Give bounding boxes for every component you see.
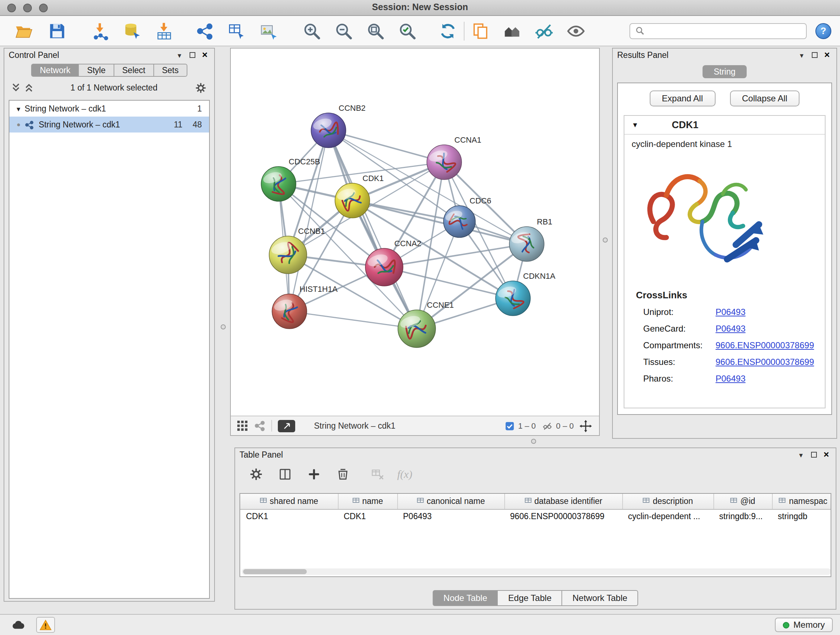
import-table-button[interactable] xyxy=(153,20,175,42)
column-header-database-identifier[interactable]: database identifier xyxy=(504,494,622,509)
column-header-shared-name[interactable]: shared name xyxy=(240,494,338,509)
panel-close-icon[interactable]: × xyxy=(200,51,210,59)
cloud-status-button[interactable] xyxy=(7,614,29,635)
tab-select[interactable]: Select xyxy=(114,64,154,77)
splitter-handle[interactable] xyxy=(221,325,226,329)
network-node-CDC25B[interactable] xyxy=(261,166,296,201)
network-node-CCNB1[interactable] xyxy=(269,236,307,274)
network-node-RB1[interactable] xyxy=(509,226,544,261)
column-header-namespac[interactable]: namespac xyxy=(772,494,831,509)
tab-string[interactable]: String xyxy=(703,65,746,78)
function-builder-button[interactable]: f(x) xyxy=(397,468,412,480)
pharos-link[interactable]: P06493 xyxy=(715,373,745,383)
network-share-icon[interactable] xyxy=(254,420,265,432)
collapse-all-button[interactable]: Collapse All xyxy=(729,90,799,106)
clone-network-button[interactable] xyxy=(194,20,216,42)
tab-network-table[interactable]: Network Table xyxy=(562,590,638,606)
zoom-fit-button[interactable] xyxy=(365,20,386,42)
column-header-canonical-name[interactable]: canonical name xyxy=(397,494,504,509)
eye-button[interactable] xyxy=(565,20,587,42)
tab-network[interactable]: Network xyxy=(31,64,79,77)
tab-node-table[interactable]: Node Table xyxy=(433,590,498,606)
clear-table-button[interactable] xyxy=(368,465,387,484)
network-collection-row[interactable]: ▾ String Network – cdk1 1 xyxy=(9,101,209,117)
table-cell[interactable]: CDK1 xyxy=(338,509,397,524)
tree-expand-caret-icon[interactable]: ▾ xyxy=(17,105,20,112)
compartments-link[interactable]: 9606.ENSP00000378699 xyxy=(715,340,814,350)
graphics-details-button[interactable] xyxy=(533,20,555,42)
network-edge-CCNB2-CCNB1[interactable] xyxy=(288,130,328,255)
genecard-link[interactable]: P06493 xyxy=(715,323,745,333)
refresh-button[interactable] xyxy=(437,20,459,42)
grid-view-icon[interactable] xyxy=(237,420,248,432)
zoom-in-button[interactable] xyxy=(301,20,323,42)
help-button[interactable]: ? xyxy=(815,23,831,39)
warning-button[interactable] xyxy=(36,617,55,633)
show-columns-button[interactable] xyxy=(276,465,294,484)
birdseye-toggle-button[interactable] xyxy=(278,420,295,432)
panel-float-icon[interactable] xyxy=(812,52,818,58)
column-header--id[interactable]: @id xyxy=(714,494,772,509)
zoom-selected-button[interactable] xyxy=(396,20,418,42)
search-input[interactable] xyxy=(648,27,801,35)
network-row[interactable]: ● String Network – cdk1 11 48 xyxy=(9,117,209,133)
column-header-name[interactable]: name xyxy=(338,494,397,509)
network-edge-CCNB2-CCNE1[interactable] xyxy=(328,130,417,329)
tab-style[interactable]: Style xyxy=(79,64,114,77)
panel-close-icon[interactable]: × xyxy=(821,450,831,459)
scrollbar-thumb[interactable] xyxy=(243,569,307,574)
open-session-button[interactable] xyxy=(13,20,35,42)
copy-button[interactable] xyxy=(470,20,491,42)
horizontal-scrollbar[interactable] xyxy=(242,568,831,575)
table-cell[interactable]: stringdb:9... xyxy=(714,509,772,524)
network-node-CCNA2[interactable] xyxy=(365,249,403,286)
pan-crosshair-icon[interactable] xyxy=(579,420,592,432)
zoom-out-button[interactable] xyxy=(333,20,355,42)
network-node-CDKN1A[interactable] xyxy=(496,281,531,316)
network-node-CCNB2[interactable] xyxy=(311,113,346,148)
tab-edge-table[interactable]: Edge Table xyxy=(498,590,562,606)
network-edge-HIST1H1A-CCNE1[interactable] xyxy=(289,311,417,329)
uniprot-link[interactable]: P06493 xyxy=(715,307,745,317)
panel-menu-icon[interactable]: ▾ xyxy=(796,51,807,59)
network-node-CDC6[interactable] xyxy=(444,206,475,238)
tissues-link[interactable]: 9606.ENSP00000378699 xyxy=(715,356,814,367)
panel-menu-icon[interactable]: ▾ xyxy=(174,51,185,59)
table-cell[interactable]: cyclin-dependent ... xyxy=(622,509,714,524)
collapse-caret-icon[interactable]: ▾ xyxy=(633,120,637,130)
network-node-CCNA1[interactable] xyxy=(427,145,462,180)
table-settings-button[interactable] xyxy=(247,465,265,484)
tab-sets[interactable]: Sets xyxy=(154,64,187,77)
home-button[interactable] xyxy=(501,20,523,42)
table-cell[interactable]: CDK1 xyxy=(240,509,338,524)
import-network-file-button[interactable] xyxy=(90,20,111,42)
network-from-table-button[interactable] xyxy=(226,20,248,42)
protein-card-header[interactable]: ▾ CDK1 xyxy=(624,116,825,135)
panel-float-icon[interactable] xyxy=(811,452,817,458)
table-cell[interactable]: P06493 xyxy=(397,509,504,524)
save-session-button[interactable] xyxy=(46,20,68,42)
table-cell[interactable]: 9606.ENSP00000378699 xyxy=(504,509,622,524)
import-network-database-button[interactable] xyxy=(122,20,143,42)
memory-button[interactable]: Memory xyxy=(775,618,833,632)
add-column-button[interactable] xyxy=(305,465,324,484)
network-canvas[interactable]: CCNB2CCNA1CDC25BCDK1CDC6RB1CCNB1CCNA2CDK… xyxy=(231,49,599,416)
delete-column-button[interactable] xyxy=(333,465,352,484)
expand-all-button[interactable]: Expand All xyxy=(650,90,715,106)
table-cell[interactable]: stringdb xyxy=(772,509,831,524)
network-node-CCNE1[interactable] xyxy=(398,310,436,348)
expand-all-icon[interactable] xyxy=(25,82,33,93)
splitter-handle[interactable] xyxy=(603,238,608,242)
network-edge-CCNB2-CCNA1[interactable] xyxy=(328,130,444,162)
export-image-button[interactable] xyxy=(257,20,279,42)
column-header-description[interactable]: description xyxy=(622,494,714,509)
panel-menu-icon[interactable]: ▾ xyxy=(795,451,807,459)
panel-close-icon[interactable]: × xyxy=(822,51,832,59)
panel-float-icon[interactable] xyxy=(189,52,195,58)
splitter-handle[interactable] xyxy=(531,439,536,444)
table-row[interactable]: CDK1CDK1P064939606.ENSP00000378699cyclin… xyxy=(240,509,831,524)
collapse-all-icon[interactable] xyxy=(11,82,20,93)
network-node-HIST1H1A[interactable] xyxy=(272,294,307,329)
network-node-CDK1[interactable] xyxy=(335,183,370,218)
gear-icon[interactable] xyxy=(195,81,207,94)
